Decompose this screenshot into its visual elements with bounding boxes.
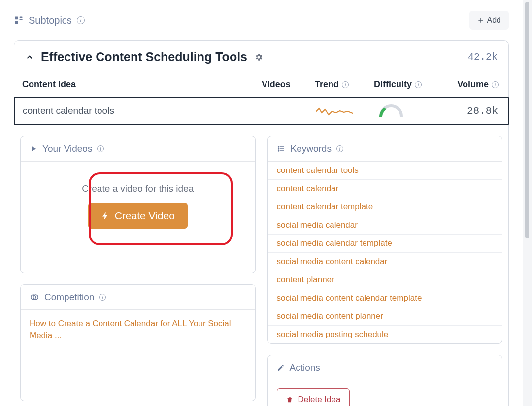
competition-panel: Competition i How to Create a Content Ca… bbox=[20, 284, 256, 401]
info-icon[interactable]: i bbox=[97, 145, 104, 152]
create-video-prompt: Create a video for this idea bbox=[82, 183, 194, 194]
your-videos-header: Your Videos i bbox=[21, 136, 255, 162]
keyword-item[interactable]: social media content planner bbox=[268, 307, 502, 326]
topic-count: 42.2k bbox=[468, 51, 498, 63]
info-icon[interactable]: i bbox=[342, 81, 349, 88]
competition-header: Competition i bbox=[21, 285, 255, 310]
bolt-icon bbox=[101, 210, 110, 221]
your-videos-panel: Your Videos i Create a video for this id… bbox=[20, 136, 256, 273]
svg-rect-0 bbox=[15, 17, 18, 20]
keywords-header: Keywords i bbox=[268, 136, 502, 162]
scrollbar[interactable] bbox=[523, 0, 532, 406]
topic-title: Effective Content Scheduling Tools bbox=[41, 50, 247, 64]
col-videos: Videos bbox=[262, 79, 315, 90]
keyword-item[interactable]: social media content calendar template bbox=[268, 289, 502, 307]
add-label: Add bbox=[487, 16, 501, 25]
actions-header: Actions bbox=[268, 355, 502, 380]
sitemap-icon bbox=[14, 15, 24, 25]
delete-idea-button[interactable]: Delete Idea bbox=[277, 388, 350, 406]
list-icon bbox=[277, 145, 286, 153]
competition-body: How to Create a Content Calendar for ALL… bbox=[21, 310, 255, 401]
keyword-item[interactable]: social media calendar template bbox=[268, 235, 502, 253]
col-trend: Trendi bbox=[315, 79, 374, 90]
gear-icon[interactable] bbox=[254, 53, 263, 62]
col-volume: Volumei bbox=[448, 79, 502, 90]
topic-header[interactable]: Effective Content Scheduling Tools 42.2k bbox=[14, 41, 508, 72]
idea-text: content calendar tools bbox=[21, 105, 262, 116]
info-icon[interactable]: i bbox=[492, 81, 499, 88]
svg-point-6 bbox=[278, 146, 279, 147]
keyword-item[interactable]: content calendar tools bbox=[268, 162, 502, 180]
difficulty-gauge bbox=[374, 104, 448, 117]
keywords-title: Keywords bbox=[291, 143, 332, 154]
page-scroll[interactable]: Subtopics i Add Effective Content Schedu… bbox=[0, 0, 523, 406]
keyword-item[interactable]: social media calendar bbox=[268, 216, 502, 235]
create-video-button[interactable]: Create Video bbox=[88, 203, 188, 229]
your-videos-body: Create a video for this idea Create Vide… bbox=[21, 162, 255, 273]
your-videos-title: Your Videos bbox=[42, 143, 92, 154]
trend-sparkline bbox=[315, 105, 374, 116]
keyword-item[interactable]: social media posting schedule bbox=[268, 326, 502, 343]
svg-point-8 bbox=[278, 150, 279, 151]
create-video-label: Create Video bbox=[115, 210, 175, 222]
overlap-icon bbox=[30, 293, 39, 301]
keyword-item[interactable]: social media content calendar bbox=[268, 253, 502, 271]
competition-item[interactable]: How to Create a Content Calendar for ALL… bbox=[30, 318, 246, 341]
keyword-item[interactable]: content calendar bbox=[268, 180, 502, 198]
info-icon[interactable]: i bbox=[99, 294, 106, 301]
idea-volume: 28.8k bbox=[448, 105, 502, 117]
delete-label: Delete Idea bbox=[298, 395, 341, 405]
keywords-panel: Keywords i content calendar tools conten… bbox=[267, 136, 503, 344]
topic-card: Effective Content Scheduling Tools 42.2k… bbox=[14, 40, 509, 406]
scrollbar-thumb[interactable] bbox=[525, 2, 529, 238]
svg-rect-3 bbox=[15, 21, 18, 24]
section-header: Subtopics i Add bbox=[14, 11, 509, 30]
actions-panel: Actions Delete Idea bbox=[267, 355, 503, 406]
table-header: Content Idea Videos Trendi Difficultyi V… bbox=[14, 72, 508, 97]
svg-point-7 bbox=[278, 148, 279, 149]
keywords-list: content calendar tools content calendar … bbox=[268, 162, 502, 343]
col-idea: Content Idea bbox=[20, 79, 262, 90]
section-title-text: Subtopics bbox=[29, 15, 72, 26]
col-difficulty: Difficultyi bbox=[374, 79, 448, 90]
keyword-item[interactable]: content planner bbox=[268, 271, 502, 289]
svg-rect-1 bbox=[20, 17, 23, 18]
play-icon bbox=[30, 145, 37, 153]
competition-title: Competition bbox=[44, 292, 94, 303]
panels-row: Your Videos i Create a video for this id… bbox=[14, 125, 508, 406]
section-title: Subtopics i bbox=[14, 15, 85, 26]
pencil-icon bbox=[277, 364, 285, 372]
svg-rect-2 bbox=[20, 19, 23, 21]
info-icon[interactable]: i bbox=[77, 16, 85, 24]
info-icon[interactable]: i bbox=[336, 145, 343, 152]
keyword-item[interactable]: content calendar template bbox=[268, 198, 502, 216]
chevron-up-icon bbox=[25, 53, 34, 62]
actions-body: Delete Idea bbox=[268, 380, 502, 406]
add-button[interactable]: Add bbox=[469, 11, 509, 30]
plus-icon bbox=[477, 17, 484, 24]
actions-title: Actions bbox=[290, 362, 320, 373]
idea-row[interactable]: content calendar tools 28.8k bbox=[14, 97, 509, 125]
info-icon[interactable]: i bbox=[415, 81, 422, 88]
trash-icon bbox=[286, 396, 293, 404]
